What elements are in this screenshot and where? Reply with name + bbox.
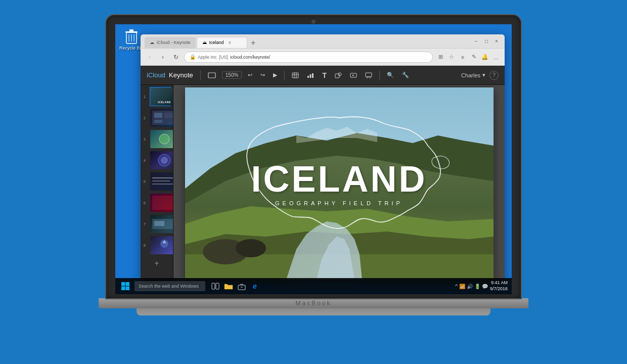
volume-icon[interactable]: 🔊 [467,284,473,289]
svg-rect-14 [335,74,339,78]
slide-img-2 [150,109,173,127]
slide-num-8: 8 [144,244,146,247]
tab-close-icon[interactable]: × [229,40,232,46]
slide-img-4 [150,151,173,169]
start-button[interactable] [119,280,131,292]
help-button[interactable]: ? [489,71,499,80]
minimize-button[interactable]: − [472,37,480,46]
slide-num-1: 1 [144,95,146,99]
slide-num-4: 4 [144,159,146,162]
svg-rect-11 [307,76,309,78]
user-menu[interactable]: Charles ▾ [461,72,485,78]
keynote-app-name: iCloud Keynote [147,71,193,79]
svg-rect-26 [152,177,173,178]
slide-view: ICELAND GEOGRAPHY FIELD TRIP [173,85,505,282]
edge-browser-button[interactable]: e [250,281,260,291]
svg-rect-32 [154,221,164,226]
site-label: Apple Inc. [US] [198,55,228,60]
svg-rect-21 [164,113,173,118]
maximize-button[interactable]: □ [482,37,490,46]
laptop-body: MacBook [99,298,528,308]
svg-point-23 [159,134,169,144]
comment-button[interactable] [363,71,374,79]
slide-thumb-8[interactable] [150,236,171,255]
slide-num-6: 6 [144,201,146,205]
icloud-text: iCloud [147,71,165,79]
slide-thumb-2[interactable] [150,108,171,127]
text-button[interactable]: T [320,70,329,80]
slide-thumb-1[interactable]: ICELAND [150,87,171,106]
new-tab-button[interactable]: + [248,38,258,48]
lock-icon: 🔒 [190,54,196,60]
address-input[interactable]: 🔒 Apple Inc. [US] icloud.com/keynote/ [184,52,433,63]
svg-rect-12 [310,74,311,78]
svg-rect-43 [216,283,219,289]
laptop: Recycle Bin ☁ iCloud - Keynote ⛰ [96,15,531,349]
task-view-button[interactable] [210,281,220,291]
svg-rect-7 [292,73,298,78]
close-button[interactable]: × [492,37,501,46]
svg-rect-20 [154,113,162,118]
notifications-button[interactable]: 🔔 [480,53,489,62]
reading-view-button[interactable]: ⊞ [436,53,445,62]
table-button[interactable] [290,71,301,79]
slide-thumb-6[interactable] [150,193,171,212]
redo-button[interactable]: ↪ [258,71,267,79]
forward-button[interactable]: › [158,52,168,62]
undo-button[interactable]: ↩ [246,71,254,79]
more-button[interactable]: … [491,53,501,62]
tab-favicon-icloud: ☁ [150,40,154,45]
slide-img-8 [150,236,173,254]
chevron-up-icon[interactable]: ^ [455,284,458,289]
svg-rect-22 [154,120,162,123]
media-button[interactable] [348,71,359,79]
slide-2-wrapper: 2 [150,108,171,127]
recycle-bin[interactable]: Recycle Bin [119,28,144,51]
slide-thumb-7[interactable] [150,214,171,234]
chevron-down-icon: ▾ [482,72,485,78]
keynote-toolbar: iCloud Keynote 150% ↩ ↪ ▶ [141,66,505,85]
search-toolbar-button[interactable]: 🔍 [385,71,396,79]
slide-thumb-4[interactable] [150,151,171,170]
search-placeholder: Search the web and Windows [139,284,199,289]
clock[interactable]: 9:41 AM 9/7/2016 [490,280,508,292]
tab-iceland[interactable]: ⛰ Iceland × [197,37,247,48]
network-icon[interactable]: 📶 [459,284,465,289]
slide-7-wrapper: 7 [150,214,171,234]
svg-rect-30 [152,196,173,210]
slide-1-wrapper: 1 ICELAND [150,87,171,106]
zoom-button[interactable]: 150% [222,71,242,79]
address-bar: ‹ › ↻ 🔒 Apple Inc. [US] icloud.com/keyno… [141,49,505,66]
chart-button[interactable] [305,71,316,79]
refresh-button[interactable]: ↻ [171,52,181,62]
favorites-button[interactable]: ☆ [447,53,456,62]
slide-panel: 1 ICELAND 2 [141,85,173,282]
add-slide-button[interactable]: + [143,257,171,270]
tab-icloud[interactable]: ☁ iCloud - Keynote [145,37,196,48]
hub-button[interactable]: ≡ [458,53,467,62]
svg-point-15 [338,73,341,76]
store-button[interactable] [237,281,247,291]
svg-rect-6 [208,73,215,78]
battery-icon[interactable]: 🔋 [474,284,480,289]
system-tray: ^ 📶 🔊 🔋 💬 9:41 AM 9/7/2016 [455,280,508,292]
svg-rect-39 [126,282,130,286]
desktop: Recycle Bin ☁ iCloud - Keynote ⛰ [115,24,512,294]
tab-bar: ☁ iCloud - Keynote ⛰ Iceland × + [145,34,258,48]
keynote-text: Keynote [169,71,193,79]
shapes-button[interactable] [333,71,344,79]
back-button[interactable]: ‹ [145,52,155,62]
notes-button[interactable]: ✎ [469,53,478,62]
svg-rect-41 [126,287,130,291]
slide-thumb-5[interactable] [150,172,171,191]
slide-size-button[interactable] [206,71,218,79]
recycle-bin-icon [124,28,139,44]
file-explorer-button[interactable] [223,281,234,291]
svg-rect-13 [312,73,314,78]
play-button[interactable]: ▶ [271,71,279,79]
browser-window: ☁ iCloud - Keynote ⛰ Iceland × + − [141,34,505,282]
taskbar-search[interactable]: Search the web and Windows [135,281,205,291]
slide-thumb-3[interactable] [150,129,171,149]
notification-icon[interactable]: 💬 [482,284,488,289]
wrench-button[interactable]: 🔧 [400,71,411,79]
